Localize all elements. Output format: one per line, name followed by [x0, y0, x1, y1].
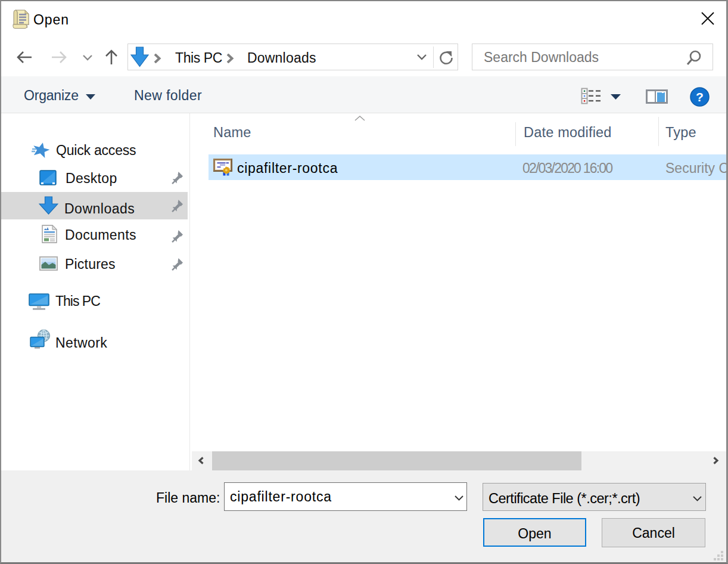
svg-text:?: ? — [696, 90, 704, 104]
